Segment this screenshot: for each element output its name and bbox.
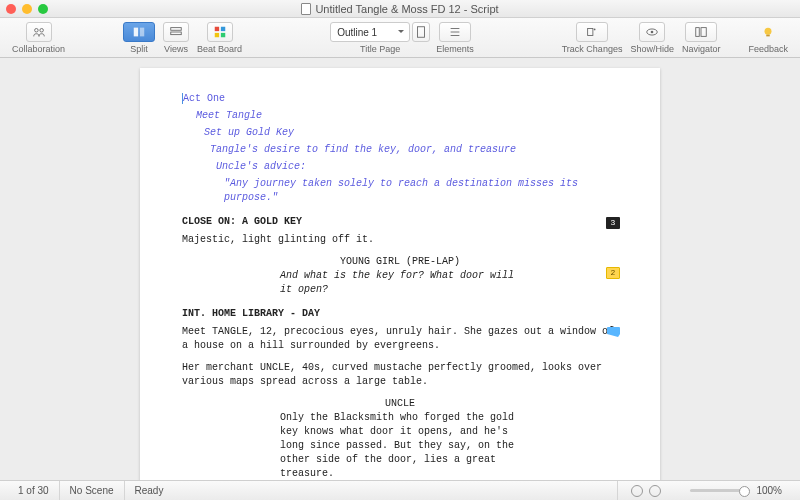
svg-rect-16	[701, 28, 706, 37]
scene-indicator[interactable]: No Scene	[60, 481, 125, 500]
elements-group: Elements	[436, 21, 474, 54]
svg-point-14	[651, 31, 654, 34]
window-title: Untitled Tangle & Moss FD 12 - Script	[0, 3, 800, 15]
title-page-button[interactable]	[412, 22, 430, 42]
scene-heading-2[interactable]: INT. HOME LIBRARY - DAY	[182, 307, 618, 321]
clock-icon[interactable]	[649, 485, 661, 497]
collaboration-label: Collaboration	[12, 44, 65, 54]
navigator-button[interactable]	[685, 22, 717, 42]
document-icon	[301, 3, 311, 15]
feedback-button[interactable]	[755, 22, 781, 42]
outline-act[interactable]: Act One	[182, 92, 618, 106]
bulb-icon	[761, 25, 775, 39]
title-page-label: Title Page	[360, 44, 400, 54]
eye-icon	[645, 25, 659, 39]
views-label: Views	[164, 44, 188, 54]
mic-icon[interactable]	[631, 485, 643, 497]
svg-rect-11	[588, 29, 593, 36]
close-icon[interactable]	[6, 4, 16, 14]
list-icon	[448, 25, 462, 39]
split-icon	[132, 25, 146, 39]
outline-beat-2[interactable]: Set up Gold Key	[204, 126, 618, 140]
script-page[interactable]: Act One Meet Tangle Set up Gold Key Tang…	[140, 68, 660, 480]
outline-beat-1[interactable]: Meet Tangle	[196, 109, 618, 123]
minimize-icon[interactable]	[22, 4, 32, 14]
track-icon	[585, 25, 599, 39]
elements-label: Elements	[436, 44, 474, 54]
svg-point-17	[765, 28, 772, 35]
svg-rect-7	[220, 27, 224, 31]
outline-beat-4b[interactable]: "Any journey taken solely to reach a des…	[224, 177, 618, 205]
collaboration-button[interactable]	[26, 22, 52, 42]
workspace[interactable]: Act One Meet Tangle Set up Gold Key Tang…	[0, 58, 800, 480]
action-2[interactable]: Meet TANGLE, 12, precocious eyes, unruly…	[182, 325, 618, 353]
svg-rect-6	[214, 27, 218, 31]
grid-icon	[213, 25, 227, 39]
beat-board-label: Beat Board	[197, 44, 242, 54]
svg-point-12	[594, 29, 596, 31]
scene-marker-1[interactable]: 3	[606, 217, 620, 229]
svg-rect-18	[766, 35, 770, 37]
svg-rect-15	[696, 28, 700, 37]
zoom-value: 100%	[756, 485, 782, 496]
beat-board-group: Beat Board	[197, 21, 242, 54]
outline-beat-4[interactable]: Uncle's advice:	[216, 160, 618, 174]
svg-point-1	[39, 29, 43, 33]
outline-value: Outline 1	[337, 27, 377, 38]
dialogue-1[interactable]: And what is the key for? What door will …	[280, 269, 520, 297]
track-changes-group: Track Changes	[562, 21, 623, 54]
page-indicator[interactable]: 1 of 30	[8, 481, 60, 500]
svg-rect-4	[171, 28, 182, 31]
feedback-group: Feedback	[748, 21, 788, 54]
dialogue-2[interactable]: Only the Blacksmith who forged the gold …	[280, 411, 520, 480]
titlebar: Untitled Tangle & Moss FD 12 - Script	[0, 0, 800, 18]
outline-select[interactable]: Outline 1	[330, 22, 410, 42]
elements-button[interactable]	[439, 22, 471, 42]
track-changes-label: Track Changes	[562, 44, 623, 54]
zoom-slider[interactable]	[690, 489, 750, 492]
split-label: Split	[130, 44, 148, 54]
zoom-icon[interactable]	[38, 4, 48, 14]
svg-rect-8	[214, 33, 218, 37]
navigator-group: Navigator	[682, 21, 721, 54]
views-icon	[169, 25, 183, 39]
show-hide-group: Show/Hide	[630, 21, 674, 54]
views-group: Views	[163, 21, 189, 54]
outline-group: Outline 1 Title Page	[330, 21, 430, 54]
statusbar: 1 of 30 No Scene Ready 100%	[0, 480, 800, 500]
svg-point-0	[34, 29, 38, 33]
character-cue-2[interactable]: UNCLE	[300, 397, 500, 411]
collaboration-group: Collaboration	[12, 21, 65, 54]
window-controls	[6, 4, 48, 14]
split-group: Split	[123, 21, 155, 54]
show-hide-button[interactable]	[639, 22, 665, 42]
svg-rect-9	[220, 33, 224, 37]
window-title-text: Untitled Tangle & Moss FD 12 - Script	[315, 3, 498, 15]
action-1[interactable]: Majestic, light glinting off it.	[182, 233, 618, 247]
split-button[interactable]	[123, 22, 155, 42]
navigator-label: Navigator	[682, 44, 721, 54]
feedback-label: Feedback	[748, 44, 788, 54]
views-button[interactable]	[163, 22, 189, 42]
svg-rect-2	[134, 28, 138, 37]
people-icon	[32, 25, 46, 39]
svg-rect-5	[171, 32, 182, 35]
beat-board-button[interactable]	[207, 22, 233, 42]
status-ready: Ready	[125, 481, 619, 500]
page-icon	[414, 25, 428, 39]
show-hide-label: Show/Hide	[630, 44, 674, 54]
track-changes-button[interactable]	[576, 22, 608, 42]
outline-beat-3[interactable]: Tangle's desire to find the key, door, a…	[210, 143, 618, 157]
svg-rect-10	[418, 27, 425, 38]
svg-rect-3	[140, 28, 144, 37]
nav-icon	[694, 25, 708, 39]
note-marker-2[interactable]: 2	[606, 267, 620, 279]
toolbar: Collaboration Split Views Beat Board	[0, 18, 800, 58]
character-cue-1[interactable]: YOUNG GIRL (PRE-LAP)	[300, 255, 500, 269]
scene-heading-1[interactable]: CLOSE ON: A GOLD KEY	[182, 215, 618, 229]
action-3[interactable]: Her merchant UNCLE, 40s, curved mustache…	[182, 361, 618, 389]
